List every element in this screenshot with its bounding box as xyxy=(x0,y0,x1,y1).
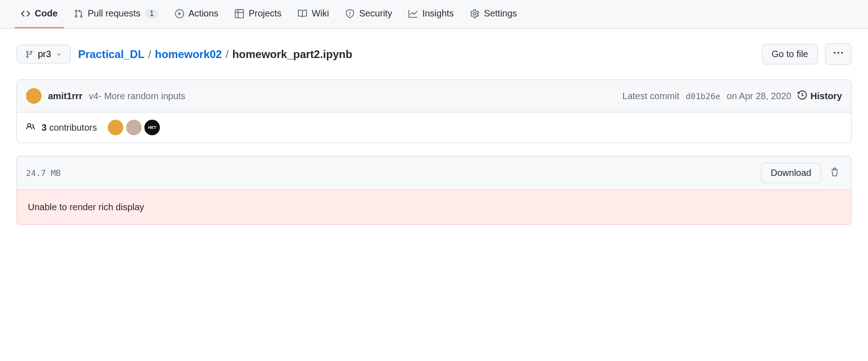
people-icon xyxy=(26,122,35,133)
graph-icon xyxy=(408,9,418,18)
avatar[interactable] xyxy=(26,88,42,104)
table-icon xyxy=(235,9,244,18)
tab-label: Settings xyxy=(484,8,517,19)
history-icon xyxy=(798,90,807,102)
file-size: 24.7 MB xyxy=(26,168,61,178)
git-branch-icon xyxy=(25,50,33,58)
kebab-horizontal-icon xyxy=(834,48,843,60)
commit-date: on Apr 28, 2020 xyxy=(727,91,791,101)
delete-button[interactable] xyxy=(827,165,842,181)
main-container: pr3 Practical_DL / homework02 / homework… xyxy=(0,29,868,239)
breadcrumb-separator: / xyxy=(146,48,153,61)
avatar-stack: HET xyxy=(108,120,160,135)
commit-info-box: amit1rrr v4- More random inputs Latest c… xyxy=(16,80,852,143)
history-link[interactable]: History xyxy=(798,90,842,102)
tab-code[interactable]: Code xyxy=(15,0,64,28)
branch-name: pr3 xyxy=(38,49,51,59)
file-header: pr3 Practical_DL / homework02 / homework… xyxy=(16,43,852,65)
trash-icon xyxy=(830,168,839,178)
shield-icon xyxy=(345,9,355,18)
file-view-box: 24.7 MB Download Unable to render rich d… xyxy=(16,156,852,225)
tab-label: Code xyxy=(35,8,58,19)
tab-label: Actions xyxy=(189,8,219,19)
tab-label: Security xyxy=(359,8,392,19)
branch-switcher-button[interactable]: pr3 xyxy=(16,45,71,64)
book-icon xyxy=(298,9,307,18)
go-to-file-button[interactable]: Go to file xyxy=(762,44,818,64)
chevron-down-icon xyxy=(56,51,62,58)
play-icon xyxy=(175,9,184,18)
nav-list: Code Pull requests 1 Actions Projects Wi… xyxy=(15,0,853,28)
latest-commit-label: Latest commit xyxy=(623,91,679,101)
tab-security[interactable]: Security xyxy=(339,0,398,28)
tab-label: Projects xyxy=(249,8,281,19)
tab-label: Pull requests xyxy=(88,8,141,19)
breadcrumb-repo-link[interactable]: Practical_DL xyxy=(78,48,144,61)
download-button[interactable]: Download xyxy=(761,163,821,183)
tab-actions[interactable]: Actions xyxy=(169,0,225,28)
commit-author-link[interactable]: amit1rrr xyxy=(48,91,83,101)
file-toolbar: 24.7 MB Download xyxy=(16,156,852,190)
gear-icon xyxy=(470,9,479,18)
tab-label: Insights xyxy=(422,8,454,19)
commit-hash-link[interactable]: d01b26e xyxy=(686,91,720,101)
pr-count-badge: 1 xyxy=(145,9,159,18)
tab-wiki[interactable]: Wiki xyxy=(291,0,335,28)
avatar[interactable] xyxy=(126,120,142,135)
breadcrumb: Practical_DL / homework02 / homework_par… xyxy=(78,48,755,61)
code-icon xyxy=(21,9,30,18)
contributors-count[interactable]: 3 contributors xyxy=(42,122,97,133)
tab-projects[interactable]: Projects xyxy=(228,0,288,28)
breadcrumb-current-file: homework_part2.ipynb xyxy=(232,48,352,61)
tab-label: Wiki xyxy=(312,8,329,19)
history-label: History xyxy=(810,91,842,101)
avatar[interactable]: HET xyxy=(144,120,160,135)
tab-pull-requests[interactable]: Pull requests 1 xyxy=(68,0,165,28)
contributors-row: 3 contributors HET xyxy=(17,112,851,143)
commit-header: amit1rrr v4- More random inputs Latest c… xyxy=(17,80,851,112)
repo-nav: Code Pull requests 1 Actions Projects Wi… xyxy=(0,0,868,29)
avatar[interactable] xyxy=(108,120,123,135)
commit-message-link[interactable]: v4- More random inputs xyxy=(89,91,185,101)
tab-insights[interactable]: Insights xyxy=(402,0,460,28)
breadcrumb-separator: / xyxy=(224,48,231,61)
git-pull-request-icon xyxy=(74,9,83,18)
render-error-flash: Unable to render rich display xyxy=(16,190,852,225)
breadcrumb-folder-link[interactable]: homework02 xyxy=(155,48,222,61)
more-options-button[interactable] xyxy=(825,43,852,65)
tab-settings[interactable]: Settings xyxy=(464,0,523,28)
